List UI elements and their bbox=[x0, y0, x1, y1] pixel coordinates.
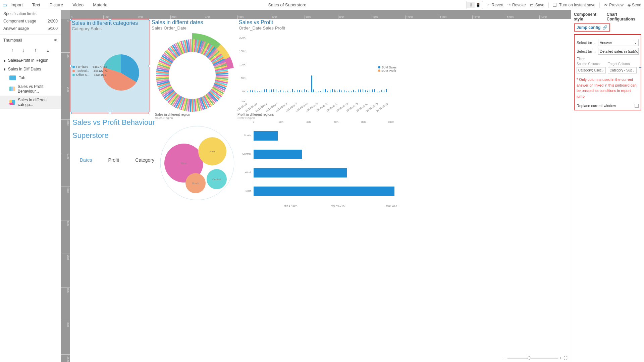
revoke-button[interactable]: ↷Revoke bbox=[507, 3, 526, 7]
device-toggle[interactable]: 🖥 📱 bbox=[466, 1, 483, 9]
svg-rect-164 bbox=[316, 92, 316, 92]
config-tabs: Component style Chart Configurations bbox=[574, 12, 641, 21]
align-bottom-icon[interactable]: ⤓ bbox=[46, 48, 50, 53]
svg-rect-150 bbox=[283, 91, 283, 92]
svg-rect-169 bbox=[327, 91, 328, 92]
svg-rect-183 bbox=[360, 90, 361, 92]
svg-rect-147 bbox=[276, 89, 276, 92]
select-target2-input[interactable]: Detailed sales in (sub)categor bbox=[598, 48, 639, 55]
tab-chart-config[interactable]: Chart Configurations bbox=[607, 12, 641, 21]
menu-video[interactable]: Video bbox=[72, 2, 84, 7]
svg-rect-168 bbox=[325, 90, 326, 92]
item-sales-profit-behav[interactable]: Sales vs Profit Behaviour... bbox=[0, 82, 61, 96]
eye-icon[interactable]: 👁 bbox=[54, 38, 58, 43]
folder-sales-dates[interactable]: ∎Sales in Diff Dates bbox=[0, 65, 61, 73]
pie-icon bbox=[9, 100, 15, 105]
zoom-in-icon[interactable]: + bbox=[560, 356, 562, 360]
svg-rect-138 bbox=[255, 90, 255, 92]
svg-rect-151 bbox=[285, 92, 286, 92]
bar-chart: 200K 150K 100K 50K 0K -50K 2014-01-19201… bbox=[237, 32, 398, 112]
svg-rect-156 bbox=[297, 90, 298, 92]
canvas[interactable]: Sales in different categories Category S… bbox=[70, 19, 571, 362]
fit-icon[interactable]: ⛶ bbox=[564, 356, 568, 360]
menu-import[interactable]: Import bbox=[10, 2, 23, 7]
svg-rect-167 bbox=[323, 89, 323, 92]
svg-text:60K: 60K bbox=[334, 120, 339, 123]
save-button[interactable]: 🗀Save bbox=[530, 3, 544, 7]
thumbnail-header[interactable]: Thumbnail👁 bbox=[0, 34, 61, 46]
send-button[interactable]: ◈Send bbox=[628, 3, 641, 7]
zoom-slider[interactable] bbox=[507, 358, 558, 359]
folder-sales-profit[interactable]: ∎Sales&Profit in Region bbox=[0, 56, 61, 65]
tab-category[interactable]: Category bbox=[135, 157, 154, 171]
align-top-icon[interactable]: ⤒ bbox=[34, 48, 37, 53]
undo-icon: ↶ bbox=[487, 3, 490, 7]
chart-title: Sales in differnt dates bbox=[150, 19, 237, 25]
svg-rect-186 bbox=[367, 91, 368, 92]
svg-rect-152 bbox=[287, 91, 288, 92]
svg-rect-176 bbox=[344, 90, 344, 92]
svg-text:South: South bbox=[244, 134, 251, 137]
preview-button[interactable]: 👁Preview bbox=[604, 3, 624, 7]
replace-window-label: Replace current window bbox=[577, 104, 616, 108]
target-column-dropdown[interactable]: Category - Sup⌄ bbox=[608, 67, 636, 73]
chart-subtitle: Sales Order_Date bbox=[150, 25, 237, 32]
svg-rect-161 bbox=[309, 91, 309, 92]
svg-text:150K: 150K bbox=[239, 50, 246, 53]
top-menu: Import Text Picture Video Material bbox=[10, 2, 108, 7]
chevron-down-icon: ⌄ bbox=[632, 68, 635, 72]
chart-icon bbox=[9, 87, 15, 91]
svg-rect-170 bbox=[330, 90, 330, 92]
revert-button[interactable]: ↶Revert bbox=[487, 3, 503, 7]
svg-rect-179 bbox=[351, 91, 352, 92]
svg-rect-185 bbox=[365, 90, 366, 92]
widget-sales-vs-profit[interactable]: Sales vs Profit Order_Date Sales Profit … bbox=[237, 19, 398, 119]
answer-usage: Answer usage5/100 bbox=[0, 25, 61, 32]
arrow-down-icon[interactable]: ↓ bbox=[22, 48, 24, 53]
widget-donut-dates[interactable]: Sales in differnt dates Sales Order_Date bbox=[150, 19, 237, 119]
redo-icon: ↷ bbox=[507, 3, 511, 7]
svg-rect-160 bbox=[306, 90, 307, 92]
svg-text:West: West bbox=[181, 162, 187, 165]
svg-text:West: West bbox=[245, 171, 251, 174]
checkbox-icon[interactable] bbox=[553, 3, 556, 7]
svg-rect-135 bbox=[248, 91, 248, 92]
svg-rect-193 bbox=[384, 90, 384, 92]
select-target-label: Select targe... bbox=[577, 41, 597, 45]
menu-material[interactable]: Material bbox=[93, 2, 108, 7]
svg-rect-145 bbox=[271, 89, 272, 92]
item-sales-categories[interactable]: Sales in different catego... bbox=[0, 96, 61, 109]
menu-picture[interactable]: Picture bbox=[50, 2, 63, 7]
widget-profit-region-bar[interactable]: 020K40K60K80K100K South Central West Eas… bbox=[237, 119, 398, 217]
menu-text[interactable]: Text bbox=[32, 2, 40, 7]
svg-text:100K: 100K bbox=[388, 120, 394, 123]
svg-rect-189 bbox=[374, 89, 375, 92]
replace-window-checkbox[interactable] bbox=[635, 104, 639, 108]
zoom-out-icon[interactable]: − bbox=[503, 356, 505, 360]
tab-dates[interactable]: Dates bbox=[80, 157, 92, 171]
hbar-chart: 020K40K60K80K100K South Central West Eas… bbox=[237, 119, 398, 213]
add-filter-button[interactable]: + bbox=[639, 65, 642, 71]
folder-icon: ∎ bbox=[3, 67, 6, 71]
page-title: Sales of Superstore bbox=[108, 2, 466, 7]
tab-component-style[interactable]: Component style bbox=[574, 12, 602, 21]
chart-title: Sales vs Profit bbox=[237, 19, 398, 25]
source-column-dropdown[interactable]: Category( Usec⌄ bbox=[577, 67, 606, 73]
zoom-control[interactable]: − + ⛶ bbox=[503, 356, 568, 360]
item-tab[interactable]: Tab bbox=[0, 73, 61, 82]
donut-chart bbox=[150, 32, 234, 112]
select-target-dropdown[interactable]: Answer⌄ bbox=[598, 39, 639, 46]
widget-bubble-region[interactable]: West East South Central bbox=[157, 119, 237, 210]
instant-save-toggle[interactable]: Turn on instant save bbox=[553, 3, 595, 7]
svg-rect-174 bbox=[339, 90, 340, 92]
mobile-icon[interactable]: 📱 bbox=[475, 2, 482, 8]
tab-profit[interactable]: Profit bbox=[108, 157, 119, 171]
arrow-up-icon[interactable]: ↑ bbox=[11, 48, 13, 53]
desktop-icon[interactable]: 🖥 bbox=[467, 2, 475, 8]
svg-rect-144 bbox=[269, 90, 269, 92]
widget-pie-categories[interactable]: Sales in different categories Category S… bbox=[70, 19, 150, 113]
svg-rect-178 bbox=[348, 91, 349, 92]
chart-title: Sales in different categories bbox=[70, 19, 150, 26]
widget-tabs[interactable]: Dates Profit Category bbox=[73, 157, 167, 171]
jump-config-button[interactable]: Jump config🔗 bbox=[574, 23, 610, 32]
